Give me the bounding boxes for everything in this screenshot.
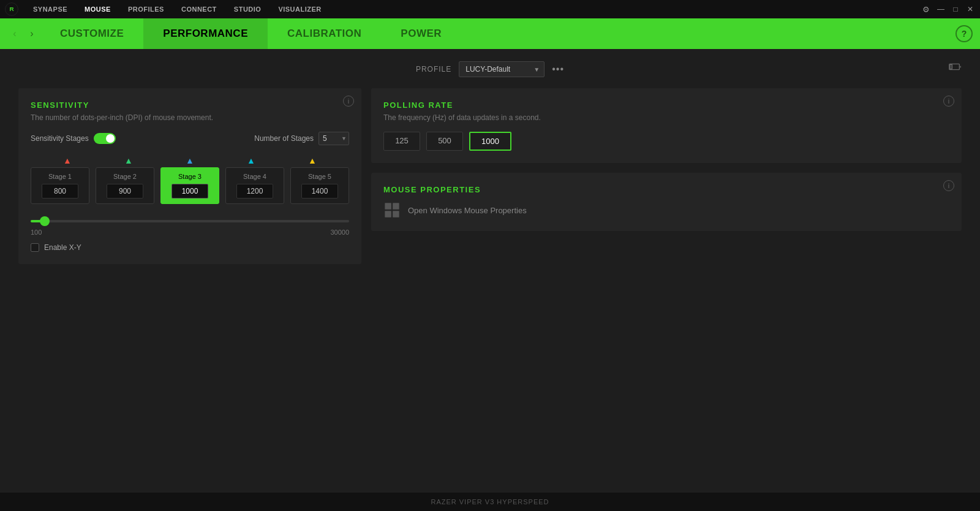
panels: i SENSITIVITY The number of dots-per-inc… (18, 88, 962, 264)
polling-buttons: 125 500 1000 (383, 132, 949, 151)
stage-4-indicator: ▲ (227, 156, 276, 165)
mouse-properties-link-text: Open Windows Mouse Properties (408, 206, 527, 215)
titlebar: R SYNAPSE MOUSE PROFILES CONNECT STUDIO … (0, 0, 980, 18)
titlebar-nav-studio[interactable]: STUDIO (225, 0, 270, 18)
stage-1-label: Stage 1 (48, 173, 72, 180)
stage-5-label: Stage 5 (308, 173, 331, 180)
stages-right: Number of Stages 5 1 2 3 4 ▼ (254, 132, 349, 145)
windows-logo-icon (383, 202, 401, 219)
svg-rect-6 (385, 211, 391, 218)
polling-btn-500[interactable]: 500 (426, 132, 463, 151)
mouse-props-info-icon[interactable]: i (943, 180, 954, 191)
device-name: RAZER VIPER V3 HYPERSPEED (431, 498, 549, 505)
close-button[interactable]: ✕ (965, 4, 975, 14)
sensitivity-title: SENSITIVITY (31, 100, 349, 110)
battery-icon (948, 60, 962, 76)
slider-max-label: 30000 (330, 229, 349, 236)
razer-logo-icon: R (5, 2, 18, 16)
num-stages-label: Number of Stages (254, 134, 314, 143)
navbar-item-power[interactable]: POWER (381, 18, 461, 49)
svg-rect-4 (385, 203, 391, 210)
titlebar-nav-profiles[interactable]: PROFILES (119, 0, 173, 18)
dpi-slider[interactable] (31, 220, 349, 222)
stage-3-dot-icon: ▲ (186, 156, 194, 165)
profile-more-button[interactable]: ••• (552, 64, 564, 75)
navbar-item-calibration[interactable]: CALIBRATION (268, 18, 381, 49)
navbar-items: CUSTOMIZE PERFORMANCE CALIBRATION POWER (40, 18, 956, 49)
stage-5-input[interactable] (301, 184, 338, 199)
nav-next-arrow[interactable]: › (23, 25, 40, 42)
polling-rate-panel: i POLLING RATE The frequency (Hz) of dat… (371, 88, 962, 163)
stage-5-box[interactable]: Stage 5 (290, 167, 349, 204)
stage-3-label: Stage 3 (178, 173, 202, 180)
stage-5-indicator: ▲ (288, 156, 337, 165)
stage-1-input[interactable] (42, 184, 78, 199)
stage-3-box[interactable]: Stage 3 (160, 167, 219, 204)
titlebar-nav-visualizer[interactable]: VISUALIZER (270, 0, 330, 18)
stage-2-dot-icon: ▲ (124, 156, 133, 165)
svg-rect-5 (393, 203, 399, 210)
polling-rate-description: The frequency (Hz) of data updates in a … (383, 113, 949, 122)
stage-2-label: Stage 2 (113, 173, 137, 180)
right-column: i POLLING RATE The frequency (Hz) of dat… (371, 88, 962, 264)
profile-label: PROFILE (416, 65, 451, 74)
polling-btn-125[interactable]: 125 (383, 132, 420, 151)
stage-2-indicator: ▲ (104, 156, 153, 165)
svg-text:R: R (9, 6, 13, 12)
stages-label: Sensitivity Stages (31, 134, 89, 143)
navbar-item-customize[interactable]: CUSTOMIZE (40, 18, 143, 49)
stage-3-indicator: ▲ (165, 156, 214, 165)
svg-rect-7 (393, 211, 399, 218)
polling-info-icon[interactable]: i (943, 96, 954, 107)
stage-indicators: ▲ ▲ ▲ ▲ ▲ (31, 156, 349, 165)
navbar-item-performance[interactable]: PERFORMANCE (143, 18, 268, 49)
num-stages-select[interactable]: 5 1 2 3 4 (318, 132, 349, 145)
sensitivity-panel: i SENSITIVITY The number of dots-per-inc… (18, 88, 361, 264)
slider-min-label: 100 (31, 229, 42, 236)
main-content: PROFILE LUCY-Default Profile 1 Profile 2… (0, 49, 980, 493)
sensitivity-info-icon[interactable]: i (343, 96, 354, 107)
svg-rect-3 (950, 64, 952, 69)
stages-header: Sensitivity Stages Number of Stages 5 1 … (31, 132, 349, 145)
sensitivity-stages-toggle[interactable] (94, 133, 116, 144)
enable-xy-label: Enable X-Y (44, 243, 81, 252)
stage-2-box[interactable]: Stage 2 (96, 167, 154, 204)
profile-select[interactable]: LUCY-Default Profile 1 Profile 2 (459, 61, 545, 77)
profile-bar: PROFILE LUCY-Default Profile 1 Profile 2… (416, 61, 564, 77)
minimize-button[interactable]: — (936, 4, 946, 14)
mouse-properties-title: MOUSE PROPERTIES (383, 185, 949, 194)
titlebar-nav-mouse[interactable]: MOUSE (76, 0, 119, 18)
bottom-bar: RAZER VIPER V3 HYPERSPEED (0, 493, 980, 511)
stage-1-box[interactable]: Stage 1 (31, 167, 89, 204)
toggle-knob (106, 134, 115, 143)
titlebar-nav-synapse[interactable]: SYNAPSE (24, 0, 76, 18)
settings-icon[interactable]: ⚙ (921, 4, 931, 14)
help-button[interactable]: ? (956, 25, 973, 42)
navbar-right: ? (956, 25, 980, 42)
stage-5-dot-icon: ▲ (308, 156, 317, 165)
titlebar-nav-connect[interactable]: CONNECT (173, 0, 225, 18)
stage-4-label: Stage 4 (243, 173, 266, 180)
open-mouse-properties-link[interactable]: Open Windows Mouse Properties (383, 202, 949, 219)
titlebar-nav: SYNAPSE MOUSE PROFILES CONNECT STUDIO VI… (24, 0, 921, 18)
stage-3-input[interactable] (172, 184, 208, 199)
stage-4-dot-icon: ▲ (247, 156, 255, 165)
stage-1-dot-icon: ▲ (63, 156, 72, 165)
stage-2-input[interactable] (107, 184, 143, 199)
slider-labels: 100 30000 (31, 229, 349, 236)
stage-4-input[interactable] (236, 184, 273, 199)
enable-xy-row: Enable X-Y (31, 243, 349, 252)
stage-4-box[interactable]: Stage 4 (225, 167, 284, 204)
maximize-button[interactable]: □ (951, 4, 960, 14)
sensitivity-description: The number of dots-per-inch (DPI) of mou… (31, 113, 349, 122)
stages-row: Stage 1 Stage 2 Stage 3 Stage 4 Stage 5 (31, 167, 349, 204)
profile-bar-container: PROFILE LUCY-Default Profile 1 Profile 2… (18, 61, 962, 88)
profile-dropdown-wrap: LUCY-Default Profile 1 Profile 2 ▼ (459, 61, 545, 77)
stage-1-indicator: ▲ (43, 156, 92, 165)
titlebar-controls: ⚙ — □ ✕ (921, 4, 975, 14)
enable-xy-checkbox[interactable] (31, 243, 39, 252)
dpi-slider-container (31, 214, 349, 225)
polling-rate-title: POLLING RATE (383, 100, 949, 110)
nav-prev-arrow[interactable]: ‹ (6, 25, 23, 42)
polling-btn-1000[interactable]: 1000 (469, 132, 511, 151)
